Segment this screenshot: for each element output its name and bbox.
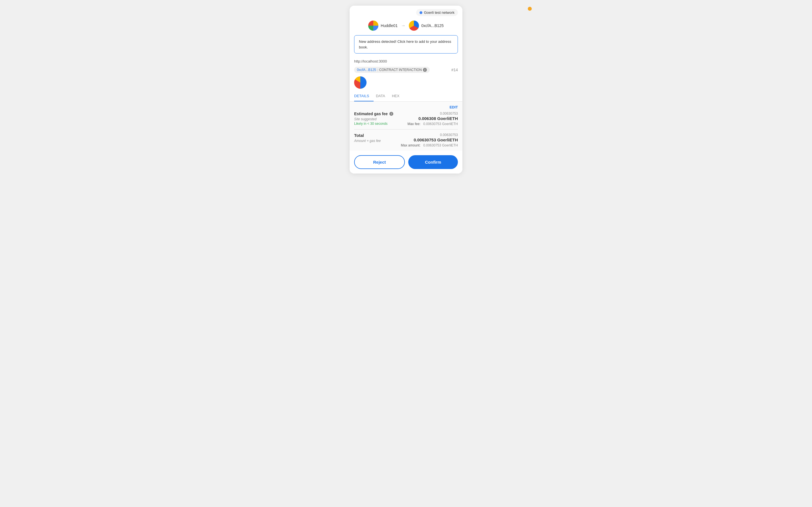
confirm-button[interactable]: Confirm bbox=[408, 155, 458, 169]
tab-details[interactable]: DETAILS bbox=[354, 91, 373, 101]
wallet-card: Goerli test network Huddle01 → 0xcfA...B… bbox=[350, 6, 462, 173]
max-fee-value: 0.00630753 GoerliETH bbox=[423, 122, 458, 126]
to-avatar bbox=[409, 20, 419, 31]
likely-time-text: Likely in < 30 seconds bbox=[354, 122, 393, 126]
tabs-row: DETAILS DATA HEX bbox=[350, 91, 462, 102]
reject-button[interactable]: Reject bbox=[354, 155, 405, 169]
dapp-icon bbox=[354, 76, 366, 89]
gas-fee-row: Estimated gas fee i Site suggested Likel… bbox=[354, 112, 458, 126]
gas-small-amount: 0.00630753 bbox=[407, 112, 458, 115]
network-badge[interactable]: Goerli test network bbox=[416, 9, 458, 16]
address-notice-text: New address detected! Click here to add … bbox=[359, 40, 451, 49]
details-section: EDIT Estimated gas fee i Site suggested … bbox=[350, 102, 462, 151]
max-amount-value: 0.00630753 GoerliETH bbox=[423, 144, 458, 147]
total-main-amount: 0.00630753 GoerliETH bbox=[401, 137, 458, 142]
max-fee-label: Max fee: bbox=[407, 122, 420, 126]
edit-link: EDIT bbox=[354, 105, 458, 109]
from-avatar bbox=[368, 20, 378, 31]
contract-badge[interactable]: 0xcfA...B125 : CONTRACT INTERACTION i bbox=[354, 67, 430, 73]
gas-info-icon[interactable]: i bbox=[389, 112, 393, 116]
accounts-row: Huddle01 → 0xcfA...B125 bbox=[350, 18, 462, 35]
max-amount-text: Max amount: 0.00630753 GoerliETH bbox=[401, 144, 458, 147]
transfer-arrow-icon: → bbox=[401, 23, 405, 28]
site-url: http://localhost:3000 bbox=[354, 59, 387, 63]
actions-row: Reject Confirm bbox=[350, 151, 462, 173]
contract-address: 0xcfA...B125 bbox=[357, 68, 376, 72]
total-label: Total bbox=[354, 133, 380, 138]
page-container: Goerli test network Huddle01 → 0xcfA...B… bbox=[279, 6, 533, 173]
total-left: Total Amount + gas fee bbox=[354, 133, 380, 143]
total-small-amount: 0.00630753 bbox=[401, 133, 458, 137]
gas-fee-label-text: Estimated gas fee bbox=[354, 112, 388, 116]
site-suggested-text: Site suggested bbox=[354, 117, 393, 121]
from-account: Huddle01 bbox=[368, 20, 398, 31]
max-fee-text: Max fee: 0.00630753 GoerliETH bbox=[407, 122, 458, 126]
dapp-icon-row bbox=[350, 75, 462, 91]
tab-data[interactable]: DATA bbox=[376, 91, 390, 101]
tab-hex[interactable]: HEX bbox=[392, 91, 404, 101]
network-dot-icon bbox=[419, 11, 422, 14]
from-account-name: Huddle01 bbox=[380, 23, 398, 28]
gas-fee-left: Estimated gas fee i Site suggested Likel… bbox=[354, 112, 393, 126]
contract-badge-row: 0xcfA...B125 : CONTRACT INTERACTION i #1… bbox=[350, 66, 462, 75]
gas-main-amount: 0.006308 GoerliETH bbox=[407, 116, 458, 121]
edit-button[interactable]: EDIT bbox=[449, 105, 458, 109]
gas-fee-label: Estimated gas fee i bbox=[354, 112, 393, 116]
total-row: Total Amount + gas fee 0.00630753 0.0063… bbox=[354, 133, 458, 147]
contract-interaction-label: : CONTRACT INTERACTION bbox=[377, 68, 422, 72]
gas-fee-right: 0.00630753 0.006308 GoerliETH Max fee: 0… bbox=[407, 112, 458, 126]
network-label: Goerli test network bbox=[424, 10, 455, 15]
notification-dot bbox=[528, 7, 532, 11]
tx-number: #14 bbox=[451, 68, 458, 72]
info-icon[interactable]: i bbox=[423, 68, 427, 72]
to-account: 0xcfA...B125 bbox=[409, 20, 444, 31]
amount-plus-gas-text: Amount + gas fee bbox=[354, 139, 380, 143]
address-notice[interactable]: New address detected! Click here to add … bbox=[354, 35, 458, 54]
max-fee-row: Max fee: 0.00630753 GoerliETH bbox=[407, 122, 458, 126]
total-right: 0.00630753 0.00630753 GoerliETH Max amou… bbox=[401, 133, 458, 147]
site-row: http://localhost:3000 bbox=[350, 58, 462, 66]
max-amount-label: Max amount: bbox=[401, 144, 420, 147]
network-bar: Goerli test network bbox=[350, 6, 462, 18]
to-account-name: 0xcfA...B125 bbox=[421, 23, 444, 28]
max-amount-row: Max amount: 0.00630753 GoerliETH bbox=[401, 144, 458, 147]
